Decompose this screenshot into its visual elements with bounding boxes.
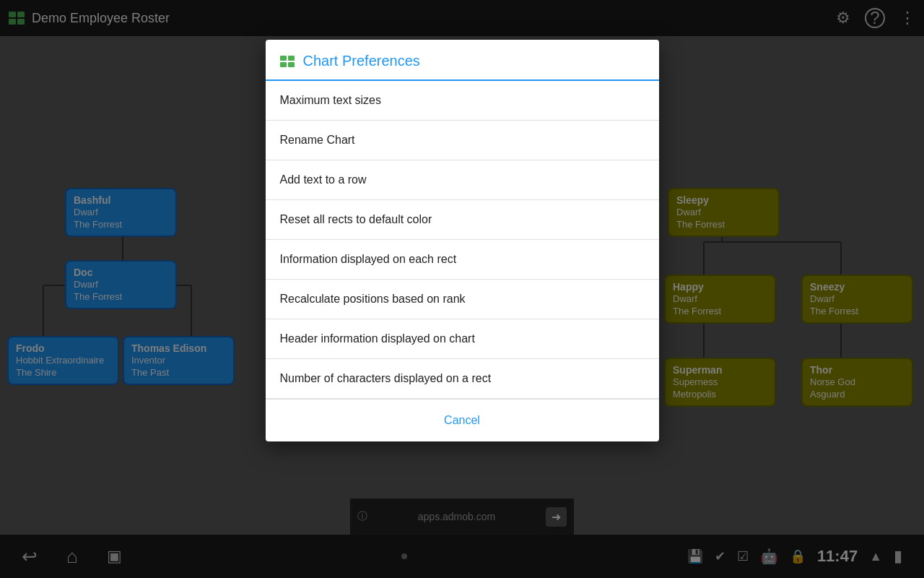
dialog-header: Chart Preferences xyxy=(266,40,659,81)
menu-item-rename-chart[interactable]: Rename Chart xyxy=(266,121,659,160)
dialog-footer: Cancel xyxy=(266,399,659,441)
menu-item-reset-colors[interactable]: Reset all rects to default color xyxy=(266,200,659,240)
cancel-button[interactable]: Cancel xyxy=(430,410,494,431)
menu-item-recalculate-positions[interactable]: Recalculate positions based on rank xyxy=(266,280,659,319)
dialog-overlay: Chart Preferences Maximum text sizes Ren… xyxy=(0,0,924,578)
menu-item-header-info[interactable]: Header information displayed on chart xyxy=(266,319,659,359)
dialog-title: Chart Preferences xyxy=(303,53,420,69)
dialog-header-icon xyxy=(280,56,295,67)
menu-item-num-characters[interactable]: Number of characters displayed on a rect xyxy=(266,359,659,399)
chart-preferences-dialog: Chart Preferences Maximum text sizes Ren… xyxy=(266,40,659,441)
menu-item-add-text-row[interactable]: Add text to a row xyxy=(266,160,659,200)
menu-item-info-each-rect[interactable]: Information displayed on each rect xyxy=(266,240,659,280)
menu-item-max-text-sizes[interactable]: Maximum text sizes xyxy=(266,81,659,121)
